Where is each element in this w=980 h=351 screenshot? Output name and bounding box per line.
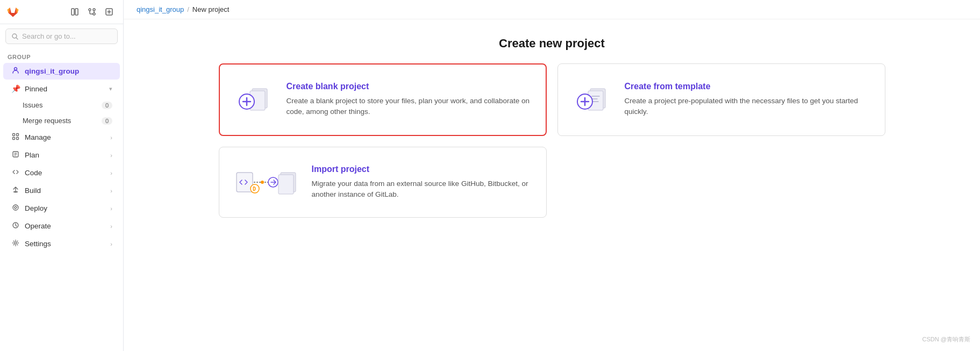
import-project-content: Import project Migrate your data from an… <box>312 164 531 200</box>
deploy-icon <box>11 204 20 213</box>
template-project-desc: Create a project pre-populated with the … <box>625 96 870 118</box>
svg-point-6 <box>12 34 17 38</box>
plan-label: Plan <box>25 151 106 159</box>
svg-rect-8 <box>13 134 15 136</box>
settings-chevron-icon: › <box>110 241 112 247</box>
blank-project-content: Create blank project Create a blank proj… <box>287 82 531 118</box>
panel-toggle-button[interactable] <box>67 4 82 19</box>
sidebar-item-code[interactable]: Code › <box>3 164 120 181</box>
sidebar-item-deploy[interactable]: Deploy › <box>3 200 120 217</box>
watermark: CSDN @青响青斯 <box>922 335 970 343</box>
chevron-down-icon: ▾ <box>109 85 112 92</box>
merge-requests-label: Merge requests <box>23 117 71 125</box>
blank-project-icon <box>235 82 274 117</box>
svg-rect-9 <box>17 134 19 136</box>
compose-icon-btn[interactable] <box>102 4 117 19</box>
build-icon <box>11 186 20 195</box>
sidebar-item-operate[interactable]: Operate › <box>3 218 120 234</box>
deploy-chevron-icon: › <box>110 205 112 212</box>
sidebar-item-manage[interactable]: Manage › <box>3 129 120 146</box>
sidebar-item-group[interactable]: qingsi_it_group <box>3 63 120 80</box>
template-project-card[interactable]: Create from template Create a project pr… <box>557 63 885 136</box>
template-project-content: Create from template Create a project pr… <box>625 82 870 118</box>
sidebar: Search or go to... Group qingsi_it_group… <box>0 0 124 351</box>
main-content: qingsi_it_group / New project Create new… <box>124 0 980 351</box>
group-icon <box>11 67 20 76</box>
svg-rect-13 <box>13 191 18 192</box>
issues-label: Issues <box>23 101 43 109</box>
blank-project-icon-area <box>235 82 274 117</box>
code-chevron-icon: › <box>110 170 112 176</box>
page-title: Create new project <box>124 19 980 63</box>
sidebar-sub-item-issues[interactable]: Issues 0 <box>3 98 120 112</box>
breadcrumb-separator: / <box>187 5 189 13</box>
svg-rect-0 <box>71 9 74 15</box>
build-label: Build <box>25 187 106 195</box>
operate-label: Operate <box>25 222 106 230</box>
plan-icon <box>11 151 20 160</box>
svg-rect-11 <box>17 138 19 140</box>
import-project-title: Import project <box>312 164 531 174</box>
blank-project-desc: Create a blank project to store your fil… <box>287 96 531 118</box>
deploy-label: Deploy <box>25 204 106 212</box>
template-project-title: Create from template <box>625 82 870 91</box>
search-bar[interactable]: Search or go to... <box>5 28 118 44</box>
cards-grid: Create blank project Create a blank proj… <box>176 63 928 235</box>
svg-rect-29 <box>278 175 294 194</box>
sidebar-top <box>0 0 123 24</box>
breadcrumb-current: New project <box>192 5 230 13</box>
settings-label: Settings <box>25 240 106 248</box>
build-chevron-icon: › <box>110 188 112 194</box>
svg-rect-1 <box>75 9 78 15</box>
import-project-icon: D <box>234 165 299 199</box>
pinned-label: Pinned <box>25 85 105 93</box>
search-placeholder: Search or go to... <box>22 32 76 40</box>
template-project-icon <box>573 82 612 117</box>
plan-chevron-icon: › <box>110 152 112 159</box>
issues-badge: 0 <box>102 102 112 109</box>
sidebar-item-plan[interactable]: Plan › <box>3 147 120 163</box>
merge-requests-badge: 0 <box>102 117 112 125</box>
svg-point-7 <box>15 68 17 70</box>
code-label: Code <box>25 169 106 177</box>
blank-project-title: Create blank project <box>287 82 531 91</box>
sidebar-sub-item-merge-requests[interactable]: Merge requests 0 <box>3 113 120 128</box>
sidebar-item-build[interactable]: Build › <box>3 182 120 199</box>
sidebar-item-settings[interactable]: Settings › <box>3 235 120 252</box>
import-project-desc: Migrate your data from an external sourc… <box>312 178 531 200</box>
svg-point-3 <box>93 13 95 15</box>
svg-point-14 <box>15 206 17 209</box>
template-project-icon-area <box>573 82 612 117</box>
code-icon <box>11 168 20 177</box>
manage-icon <box>11 133 20 142</box>
settings-icon <box>11 239 20 248</box>
operate-chevron-icon: › <box>110 223 112 230</box>
manage-label: Manage <box>25 133 106 141</box>
import-project-icon-area: D <box>234 165 299 199</box>
sidebar-item-pinned[interactable]: 📌 Pinned ▾ <box>3 81 120 97</box>
sidebar-group-label: Group <box>0 48 123 62</box>
svg-rect-10 <box>13 138 15 140</box>
svg-point-4 <box>93 9 95 11</box>
search-icon <box>11 33 19 40</box>
breadcrumb-group-link[interactable]: qingsi_it_group <box>137 5 184 13</box>
pin-icon: 📌 <box>11 84 20 93</box>
manage-chevron-icon: › <box>110 134 112 141</box>
import-project-card[interactable]: D Import project Migrate your data from … <box>219 147 547 218</box>
blank-project-card[interactable]: Create blank project Create a blank proj… <box>219 63 547 136</box>
svg-point-2 <box>89 9 91 11</box>
svg-point-27 <box>261 181 264 184</box>
breadcrumb: qingsi_it_group / New project <box>124 0 980 19</box>
merge-request-icon-btn[interactable] <box>84 4 99 19</box>
svg-text:D: D <box>253 186 256 192</box>
gitlab-logo-icon[interactable] <box>6 5 19 18</box>
operate-icon <box>11 221 20 231</box>
svg-point-16 <box>15 242 17 244</box>
group-name: qingsi_it_group <box>25 67 112 75</box>
